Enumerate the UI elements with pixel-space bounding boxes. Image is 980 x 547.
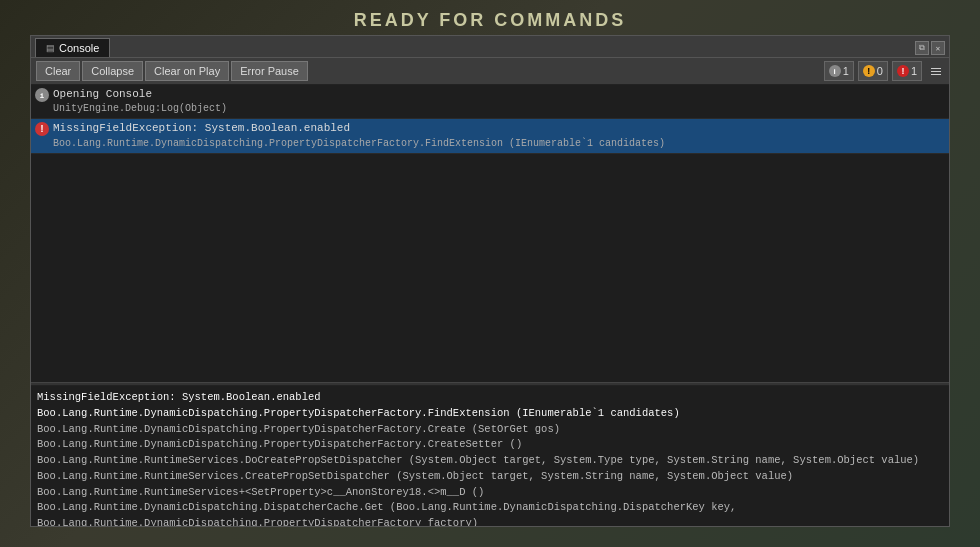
stack-line: Boo.Lang.Runtime.DynamicDispatching.Prop…: [37, 437, 943, 453]
console-tab-label: Console: [59, 42, 99, 54]
clear-button[interactable]: Clear: [36, 61, 80, 81]
stack-line: MissingFieldException: System.Boolean.en…: [37, 390, 943, 406]
stack-line: Boo.Lang.Runtime.RuntimeServices.CreateP…: [37, 469, 943, 485]
stack-line: Boo.Lang.Runtime.DynamicDispatching.Prop…: [37, 406, 943, 422]
log-info-icon: i: [35, 88, 49, 102]
collapse-button[interactable]: Collapse: [82, 61, 143, 81]
info-icon: i: [829, 65, 841, 77]
log-text: MissingFieldException: System.Boolean.en…: [53, 121, 945, 150]
log-line2: UnityEngine.Debug:Log(Object): [53, 102, 945, 116]
warn-icon: !: [863, 65, 875, 77]
stack-line: Boo.Lang.Runtime.RuntimeServices.DoCreat…: [37, 453, 943, 469]
log-line1: Opening Console: [53, 87, 945, 102]
log-item[interactable]: ! MissingFieldException: System.Boolean.…: [31, 119, 949, 153]
title-bar: READY FOR COMMANDS: [0, 10, 980, 31]
stack-line: Boo.Lang.Runtime.DynamicDispatching.Disp…: [37, 500, 943, 516]
info-badge[interactable]: i 1: [824, 61, 854, 81]
console-body: i Opening Console UnityEngine.Debug:Log(…: [31, 85, 949, 526]
log-error-icon: !: [35, 122, 49, 136]
toolbar: Clear Collapse Clear on Play Error Pause…: [31, 58, 949, 85]
warn-count: 0: [877, 65, 883, 77]
log-line2: Boo.Lang.Runtime.DynamicDispatching.Prop…: [53, 137, 945, 151]
error-count: 1: [911, 65, 917, 77]
warn-badge[interactable]: ! 0: [858, 61, 888, 81]
console-tab[interactable]: ▤ Console: [35, 38, 110, 57]
close-button[interactable]: ✕: [931, 41, 945, 55]
clear-on-play-button[interactable]: Clear on Play: [145, 61, 229, 81]
log-item[interactable]: i Opening Console UnityEngine.Debug:Log(…: [31, 85, 949, 119]
console-window: ▤ Console ⧉ ✕ Clear Collapse Clear on Pl…: [30, 35, 950, 527]
info-count: 1: [843, 65, 849, 77]
error-icon: !: [897, 65, 909, 77]
console-tab-bar: ▤ Console ⧉ ✕: [31, 36, 949, 58]
log-text: Opening Console UnityEngine.Debug:Log(Ob…: [53, 87, 945, 116]
log-line1: MissingFieldException: System.Boolean.en…: [53, 121, 945, 136]
menu-icon[interactable]: [928, 63, 944, 79]
stack-line: Boo.Lang.Runtime.RuntimeServices+<SetPro…: [37, 485, 943, 501]
log-list: i Opening Console UnityEngine.Debug:Log(…: [31, 85, 949, 382]
badge-group: i 1 ! 0 ! 1: [824, 61, 944, 81]
stack-line: Boo.Lang.Runtime.DynamicDispatching.Prop…: [37, 422, 943, 438]
restore-button[interactable]: ⧉: [915, 41, 929, 55]
app-title: READY FOR COMMANDS: [354, 10, 627, 30]
error-pause-button[interactable]: Error Pause: [231, 61, 308, 81]
error-badge[interactable]: ! 1: [892, 61, 922, 81]
stack-trace: MissingFieldException: System.Boolean.en…: [31, 386, 949, 526]
stack-line: Boo.Lang.Runtime.DynamicDispatching.Prop…: [37, 516, 943, 526]
